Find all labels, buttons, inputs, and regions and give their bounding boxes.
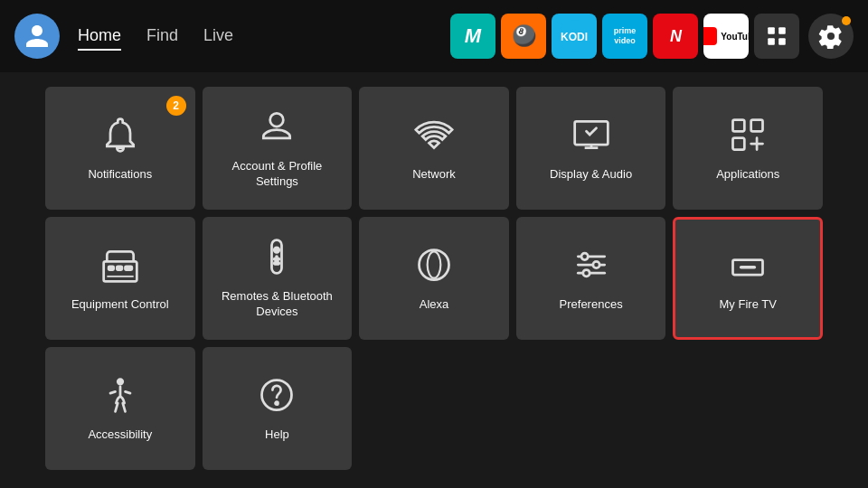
applications-icon xyxy=(728,115,768,158)
tile-myfiretv-label: My Fire TV xyxy=(720,297,777,313)
tile-equipment-label: Equipment Control xyxy=(71,297,169,313)
tile-network-label: Network xyxy=(412,167,456,183)
svg-rect-8 xyxy=(733,119,745,131)
app-youtube[interactable]: YouTube xyxy=(703,14,749,59)
account-icon xyxy=(257,107,297,150)
app-grid[interactable] xyxy=(754,14,799,59)
tile-alexa-label: Alexa xyxy=(420,297,449,313)
tile-preferences[interactable]: Preferences xyxy=(516,217,666,340)
tile-accessibility-label: Accessibility xyxy=(88,427,152,443)
settings-button[interactable] xyxy=(808,14,854,59)
settings-grid: 2 Notifications Account & Profile Settin… xyxy=(0,72,868,484)
svg-rect-20 xyxy=(275,263,280,265)
notification-dot xyxy=(842,16,851,25)
tile-applications-label: Applications xyxy=(716,167,779,183)
topbar: Home Find Live M 🎱 KODI primevideo N xyxy=(0,0,868,72)
app-kodi[interactable]: KODI xyxy=(552,14,597,59)
svg-rect-10 xyxy=(733,137,745,149)
firetv-icon xyxy=(728,245,768,288)
svg-rect-19 xyxy=(275,258,280,260)
gear-icon xyxy=(818,23,844,49)
equipment-icon xyxy=(100,245,140,288)
app-shortcuts: M 🎱 KODI primevideo N YouTube xyxy=(450,14,854,59)
tile-myfiretv[interactable]: My Fire TV xyxy=(673,217,823,340)
app-prime[interactable]: primevideo xyxy=(602,14,647,59)
app-netflix[interactable]: N xyxy=(653,14,698,59)
svg-text:KODI: KODI xyxy=(561,31,588,43)
tile-preferences-label: Preferences xyxy=(560,297,623,313)
svg-rect-9 xyxy=(751,119,763,131)
tile-applications[interactable]: Applications xyxy=(673,87,823,210)
svg-point-17 xyxy=(275,248,280,253)
tile-account[interactable]: Account & Profile Settings xyxy=(203,87,353,210)
tile-equipment[interactable]: Equipment Control xyxy=(45,217,195,340)
bell-icon xyxy=(100,115,140,158)
help-icon xyxy=(257,375,297,418)
preferences-icon xyxy=(571,245,611,288)
svg-rect-4 xyxy=(768,38,775,45)
svg-point-26 xyxy=(581,253,588,259)
tile-display[interactable]: Display & Audio xyxy=(516,87,666,210)
svg-rect-12 xyxy=(108,266,114,269)
accessibility-icon xyxy=(100,375,140,418)
tile-remotes[interactable]: Remotes & Bluetooth Devices xyxy=(203,217,353,340)
tile-help-label: Help xyxy=(265,427,289,443)
app-sport[interactable]: 🎱 xyxy=(501,14,546,59)
notification-badge: 2 xyxy=(166,96,186,116)
remote-icon xyxy=(257,237,297,280)
tile-notifications[interactable]: 2 Notifications xyxy=(45,87,195,210)
svg-rect-14 xyxy=(125,266,131,269)
app-max[interactable]: M xyxy=(450,14,495,59)
tile-display-label: Display & Audio xyxy=(550,167,632,183)
svg-point-27 xyxy=(592,261,599,267)
svg-rect-3 xyxy=(778,27,786,34)
svg-point-28 xyxy=(582,269,589,276)
wifi-icon xyxy=(414,115,454,158)
svg-point-22 xyxy=(428,251,441,277)
svg-rect-11 xyxy=(103,261,137,281)
tile-remotes-label: Remotes & Bluetooth Devices xyxy=(212,289,344,320)
nav-live[interactable]: Live xyxy=(203,23,233,51)
nav-items: Home Find Live xyxy=(78,23,233,51)
tile-account-label: Account & Profile Settings xyxy=(212,159,344,190)
tile-network[interactable]: Network xyxy=(359,87,509,210)
nav-find[interactable]: Find xyxy=(146,23,178,51)
tile-accessibility[interactable]: Accessibility xyxy=(45,347,195,470)
avatar[interactable] xyxy=(14,14,60,59)
svg-rect-2 xyxy=(768,27,775,34)
display-icon xyxy=(571,115,611,158)
svg-point-31 xyxy=(118,379,123,384)
nav-home[interactable]: Home xyxy=(78,23,121,51)
svg-rect-5 xyxy=(778,38,786,45)
tile-help[interactable]: Help xyxy=(203,347,353,470)
tile-notifications-label: Notifications xyxy=(88,167,152,183)
alexa-icon xyxy=(414,245,454,288)
svg-point-33 xyxy=(276,401,278,404)
svg-point-21 xyxy=(419,249,448,279)
svg-point-6 xyxy=(270,113,284,127)
svg-rect-13 xyxy=(117,266,122,269)
tile-alexa[interactable]: Alexa xyxy=(359,217,509,340)
